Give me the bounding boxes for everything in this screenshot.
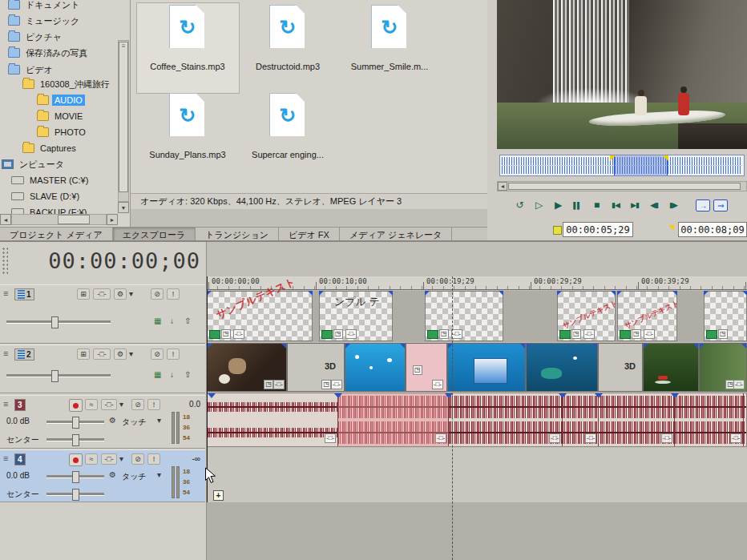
automation-settings-button[interactable]: ⚙ [114, 288, 127, 300]
copy-frame-button[interactable]: → [696, 199, 710, 212]
file-item-coffee-stains[interactable]: ↻ Coffee_Stains.mp3 [139, 5, 236, 71]
selection-end-timecode[interactable]: 00:00:08;09 [678, 222, 747, 237]
event-fx-icon[interactable]: -□- [585, 433, 596, 443]
selection-start-timecode[interactable]: 00:00:05;29 [563, 222, 633, 237]
event-boundary[interactable] [337, 393, 338, 446]
event-fx-icon[interactable]: -□- [273, 380, 285, 389]
chevron-down-icon[interactable]: ▾ [119, 453, 123, 465]
chevron-down-icon[interactable]: ▾ [157, 415, 161, 426]
file-item-destructoid[interactable]: ↻ Destructoid.mp3 [239, 5, 337, 71]
tree-item-videos[interactable]: ビデオ [8, 62, 55, 77]
video-clip-3d[interactable]: 3D [598, 343, 643, 392]
solo-button[interactable]: ! [147, 399, 160, 410]
track-level-fader[interactable] [6, 320, 111, 323]
generated-media-icon[interactable] [427, 330, 438, 339]
generated-media-icon[interactable] [321, 330, 333, 339]
generated-media-icon[interactable] [559, 330, 571, 339]
pause-button[interactable]: ▌▌ [569, 202, 585, 209]
solo-button[interactable]: ! [167, 288, 180, 300]
preview-scrollbar-thumb[interactable] [508, 183, 741, 190]
tree-scroll-right-button[interactable]: ► [107, 214, 118, 225]
go-to-start-button[interactable]: ▮◀ [608, 201, 624, 209]
track-grip-icon[interactable]: ≡ [3, 288, 8, 298]
stop-button[interactable]: ■ [588, 199, 604, 211]
event-fx-icon[interactable]: -□- [661, 433, 672, 443]
restore-track-icon[interactable]: ⇧ [184, 369, 191, 381]
video-clip-kayak[interactable] [643, 343, 699, 392]
play-from-start-button[interactable]: ▷ [531, 199, 547, 211]
pan-crop-icon[interactable]: ◳ [413, 365, 422, 375]
mute-button[interactable]: ⊘ [151, 348, 164, 360]
track-2-badge[interactable]: 2 [14, 348, 34, 361]
tree-scroll-down-button[interactable]: ▼ [118, 202, 129, 213]
track-grip-icon[interactable]: ≡ [3, 453, 8, 463]
solo-button[interactable]: ! [167, 348, 180, 360]
restore-track-icon[interactable]: ⇧ [184, 316, 191, 327]
preview-scroll-left-button[interactable]: ◄ [498, 182, 507, 191]
event-fx-icon[interactable]: -□- [432, 380, 443, 389]
file-item-summer-smile[interactable]: ↻ Summer_Smile.m... [341, 5, 438, 71]
track-fx-button[interactable]: -□- [93, 288, 111, 300]
external-monitor-button[interactable]: ⇒ [713, 199, 728, 212]
minimize-track-icon[interactable]: ↓ [170, 316, 174, 327]
video-clip-3d[interactable]: 3D ◳ -□- [287, 343, 345, 392]
video-clip-coral[interactable] [526, 343, 598, 392]
track-fx-button[interactable]: -□- [93, 348, 111, 360]
mute-button[interactable]: ⊘ [131, 453, 144, 465]
automation-mode-label[interactable]: タッチ [122, 471, 147, 482]
pan-crop-icon[interactable]: ◳ [264, 380, 273, 389]
envelope-button[interactable]: ≈ [85, 399, 98, 410]
track-header-4[interactable]: ≡ 4 ≈ -□- ▾ ⊘ ! -∞ 0.0 dB ⚙ タッチ ▾ センター 1… [0, 449, 205, 502]
automation-mode-label[interactable]: タッチ [122, 417, 147, 428]
previous-frame-button[interactable]: ◀▮ [646, 201, 662, 209]
track-header-1[interactable]: ≡ 1 ⊞ -□- ⚙ ▾ ⊘ ! ▦ ↓ ⇧ [0, 284, 205, 344]
volume-fader[interactable] [46, 475, 104, 477]
track-header-2[interactable]: ≡ 2 ⊞ -□- ⚙ ▾ ⊘ ! ▦ ↓ ⇧ [0, 344, 205, 393]
timecode-drag-handle[interactable] [2, 247, 8, 276]
minimize-track-icon[interactable]: ↓ [170, 369, 174, 381]
pan-slider[interactable] [46, 438, 104, 441]
track-3-badge[interactable]: 3 [14, 399, 26, 411]
event-fx-icon[interactable]: -□- [331, 380, 342, 389]
video-clip-river[interactable]: ◳ -□- [699, 343, 747, 392]
track-fx-button[interactable]: -□- [101, 453, 117, 465]
loop-playback-button[interactable]: ↺ [511, 199, 527, 211]
file-item-supercar-engine[interactable]: ↻ Supercar enging... [239, 93, 337, 159]
multicam-grid-icon[interactable]: ▦ [154, 369, 161, 381]
event-boundary[interactable] [674, 393, 675, 446]
overview-loop-region[interactable] [614, 155, 668, 175]
tree-item-audio[interactable]: AUDIO [37, 93, 85, 107]
chevron-down-icon[interactable]: ▾ [157, 469, 161, 481]
event-boundary[interactable] [743, 393, 744, 446]
title-clip[interactable]: ンプル テ ◳ -□- [319, 291, 393, 341]
track-grip-icon[interactable]: ≡ [3, 399, 8, 409]
track-header-3[interactable]: ≡ 3 ≈ -□- ▾ ⊘ ! 0.0 0.0 dB ⚙ タッチ ▾ センター … [0, 395, 205, 449]
generated-media-icon[interactable] [706, 330, 717, 339]
chevron-down-icon[interactable]: ▾ [119, 399, 123, 410]
pan-slider[interactable] [46, 493, 104, 495]
pan-thumb[interactable] [72, 489, 79, 501]
tree-item-saved-photos[interactable]: 保存済みの写真 [8, 46, 91, 60]
chevron-down-icon[interactable]: ▾ [129, 288, 133, 300]
fader-thumb[interactable] [51, 316, 59, 328]
event-boundary[interactable] [562, 393, 563, 446]
record-arm-button[interactable] [69, 399, 83, 412]
video-clip-selected-gap[interactable]: ◳ -□- [406, 343, 447, 392]
event-fx-icon[interactable]: -□- [325, 433, 336, 443]
tree-item-slave-drive[interactable]: SLAVE (D:¥) [11, 189, 82, 203]
generated-media-icon[interactable] [209, 330, 220, 339]
pan-crop-icon[interactable]: ◳ [321, 380, 331, 389]
title-clip[interactable]: サンプルテキスト ◳ -□- [617, 291, 677, 341]
event-fx-icon[interactable]: -□- [730, 433, 741, 443]
loop-start-marker-icon[interactable] [610, 155, 616, 161]
track-fx-button[interactable]: -□- [101, 399, 117, 410]
automation-gear-icon[interactable]: ⚙ [109, 469, 116, 481]
envelope-button[interactable]: ≈ [85, 453, 98, 465]
automation-gear-icon[interactable]: ⚙ [109, 415, 116, 426]
cursor-timecode-display[interactable]: 00:00:00;00 [11, 247, 200, 276]
pan-crop-icon[interactable]: ◳ [632, 329, 641, 339]
go-to-end-button[interactable]: ▶▮ [627, 201, 643, 209]
tree-item-okinawa-trip[interactable]: 160308_沖縄旅行 [22, 77, 112, 91]
audio-clip[interactable]: -□- -□- -□- -□- -□- -□- [207, 393, 747, 447]
track-grip-icon[interactable]: ≡ [3, 348, 8, 358]
